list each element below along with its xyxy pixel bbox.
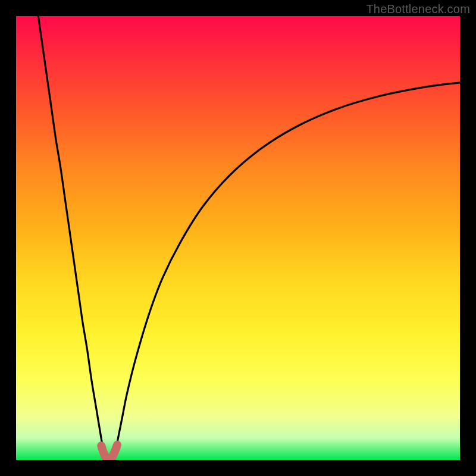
chart-frame: TheBottleneck.com <box>0 0 476 476</box>
watermark-text: TheBottleneck.com <box>366 2 470 16</box>
series-valley-highlight <box>101 445 117 459</box>
series-left-branch <box>38 16 105 460</box>
curve-layer <box>16 16 460 460</box>
series-right-branch <box>114 83 460 460</box>
plot-area <box>16 16 460 460</box>
